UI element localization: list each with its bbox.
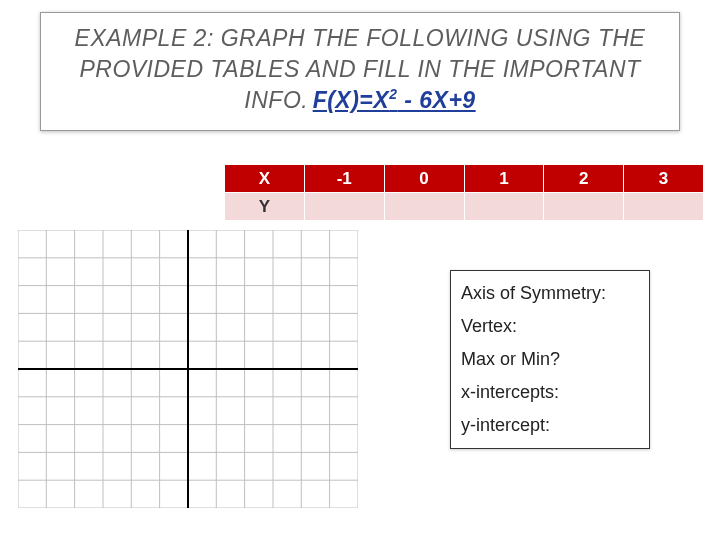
fx-prefix: F(X)=X	[313, 87, 389, 113]
x-intercepts-label: x-intercepts:	[461, 376, 639, 409]
max-or-min-label: Max or Min?	[461, 343, 639, 376]
title-function: F(X)=X2 - 6X+9	[313, 87, 476, 113]
x-cell: 2	[544, 165, 624, 193]
row-label-y: Y	[225, 193, 305, 221]
title-card: EXAMPLE 2: GRAPH THE FOLLOWING USING THE…	[40, 12, 680, 131]
y-cell[interactable]	[544, 193, 624, 221]
xy-table: X -1 0 1 2 3 Y	[224, 164, 704, 221]
y-cell[interactable]	[304, 193, 384, 221]
coordinate-grid	[18, 230, 358, 508]
y-intercept-label: y-intercept:	[461, 409, 639, 442]
fx-suffix: - 6X+9	[397, 87, 475, 113]
table-row-x: X -1 0 1 2 3	[225, 165, 704, 193]
axis-of-symmetry-label: Axis of Symmetry:	[461, 277, 639, 310]
grid-svg	[18, 230, 358, 508]
x-cell: 1	[464, 165, 544, 193]
info-card: Axis of Symmetry: Vertex: Max or Min? x-…	[450, 270, 650, 449]
table-row-y: Y	[225, 193, 704, 221]
y-cell[interactable]	[624, 193, 704, 221]
x-cell: -1	[304, 165, 384, 193]
y-cell[interactable]	[464, 193, 544, 221]
y-cell[interactable]	[384, 193, 464, 221]
x-cell: 0	[384, 165, 464, 193]
vertex-label: Vertex:	[461, 310, 639, 343]
row-label-x: X	[225, 165, 305, 193]
x-cell: 3	[624, 165, 704, 193]
